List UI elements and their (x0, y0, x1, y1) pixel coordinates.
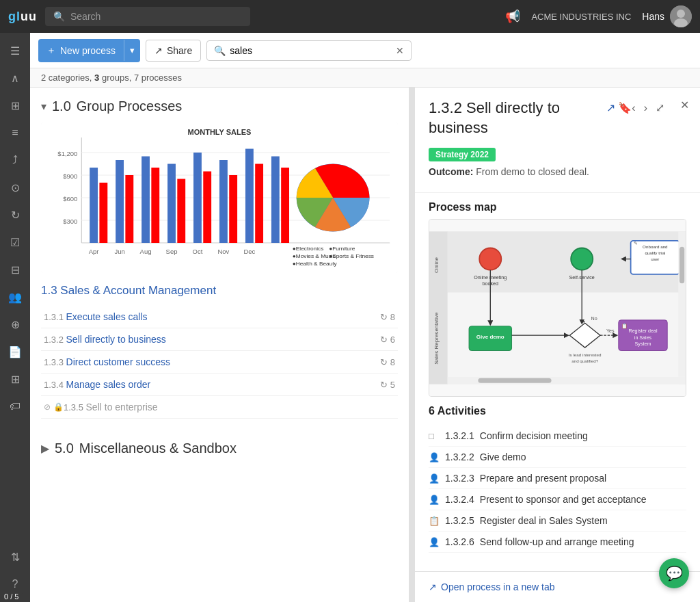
activity-6[interactable]: 👤 1.3.2.6 Send follow-up and arrange mee… (429, 532, 686, 553)
sidebar-pin-icon[interactable]: ⊕ (3, 312, 27, 337)
svg-text:Is lead interested: Is lead interested (569, 353, 602, 358)
open-tab-link[interactable]: ↗ Open process in a new tab (429, 581, 555, 592)
activities-section: 6 Activities □ 1.3.2.1 Confirm decision … (415, 405, 700, 553)
process-item-5[interactable]: ⊘ 🔒 1.3.5 Sell to enterprise (41, 396, 398, 419)
detail-header: ‹ › ⤢ ✕ 1.3.2 Sell directly to business … (415, 88, 700, 193)
svg-text:Dec: Dec (243, 249, 255, 256)
company-name: ACME INDUSTRIES INC (531, 12, 631, 22)
sidebar-doc-icon[interactable]: 📄 (3, 339, 27, 364)
external-link-button[interactable]: ↗ (606, 101, 615, 114)
global-search-input[interactable] (70, 11, 242, 22)
share-button[interactable]: ↗ Share (146, 40, 201, 62)
activity-3[interactable]: 👤 1.3.2.3 Prepare and present proposal (429, 468, 686, 489)
sidebar-analytics-icon[interactable]: ⤴ (3, 148, 27, 172)
strategy-tag[interactable]: Strategy 2022 (429, 148, 496, 161)
bottom-bar: ↗ Open process in a new tab (415, 571, 700, 602)
process-item-1[interactable]: 1.3.1 Execute sales calls ↻ 8 (41, 306, 398, 328)
process-item-4[interactable]: 1.3.4 Manage sales order ↻ 5 (41, 374, 398, 396)
svg-text:user: user (651, 257, 659, 261)
svg-rect-20 (167, 164, 176, 244)
process-map-svg: Online Sales Representative Online meeti… (429, 220, 686, 396)
activity-4-icon: 👤 (429, 495, 440, 505)
process-1-link[interactable]: 1.3.1 Execute sales calls (44, 311, 380, 322)
activity-5[interactable]: 📋 1.3.2.5 Register deal in Sales System (429, 510, 686, 532)
process-3-count: ↻ 8 (380, 357, 395, 367)
activity-1-title: Confirm decision meeting (480, 430, 588, 441)
svg-rect-26 (245, 149, 254, 244)
misc-header[interactable]: ▶ 5.0 Miscellaneous & Sandbox (41, 441, 398, 456)
filter-search-input[interactable] (230, 45, 392, 56)
prev-button[interactable]: ‹ (629, 99, 638, 117)
avatar[interactable] (670, 5, 692, 27)
sidebar-label-icon[interactable]: 🏷 (3, 394, 27, 419)
sidebar-diagram-icon[interactable]: ⊙ (3, 175, 27, 200)
process-1-count: ↻ 8 (380, 312, 395, 322)
group-1-toggle-icon[interactable]: ▾ (41, 100, 46, 113)
sidebar-layers-icon[interactable]: ⊞ (3, 367, 27, 391)
new-process-button[interactable]: ＋ New process ▾ (38, 39, 140, 62)
svg-text:Onboard and: Onboard and (643, 245, 668, 250)
chat-bubble-button[interactable]: 💬 (659, 558, 689, 588)
activity-3-title: Prepare and present proposal (480, 473, 606, 484)
page-counter: 0 / 5 (0, 591, 23, 602)
user-menu[interactable]: Hans (642, 5, 692, 27)
misc-toggle-icon[interactable]: ▶ (41, 442, 49, 455)
process-item-3[interactable]: 1.3.3 Direct customer success ↻ 8 (41, 351, 398, 374)
svg-text:$1,200: $1,200 (57, 151, 77, 158)
process-item-2[interactable]: 1.3.2 Sell directly to business ↻ 6 (41, 328, 398, 351)
sidebar-tag-icon[interactable]: ⊟ (3, 257, 27, 282)
svg-text:$300: $300 (63, 219, 77, 226)
expand-button[interactable]: ⤢ (653, 99, 667, 117)
activity-2[interactable]: 👤 1.3.2.2 Give demo (429, 447, 686, 468)
group-1-header[interactable]: ▾ 1.0 Group Processes (41, 99, 398, 114)
svg-text:$900: $900 (63, 174, 77, 181)
process-3-link[interactable]: 1.3.3 Direct customer success (44, 356, 380, 367)
process-5-link[interactable]: 1.3.5 Sell to enterprise (64, 402, 395, 413)
search-filter-bar[interactable]: 🔍 ✕ (206, 40, 412, 61)
svg-rect-17 (125, 175, 133, 243)
sidebar-home-icon[interactable]: ☰ (3, 38, 27, 63)
sidebar-collapse-icon[interactable]: ∧ (3, 66, 27, 90)
activity-3-id: 1.3.2.3 (445, 473, 474, 484)
chart-title: MONTHLY SALES (188, 128, 252, 136)
global-search-bar[interactable]: 🔍 (45, 7, 250, 26)
filter-clear-button[interactable]: ✕ (396, 45, 404, 56)
notification-icon[interactable]: 📢 (505, 9, 520, 24)
svg-text:$600: $600 (63, 196, 77, 203)
next-button[interactable]: › (641, 99, 650, 117)
sidebar-grid-icon[interactable]: ⊞ (3, 93, 27, 118)
chevron-down-icon: ▾ (130, 45, 135, 55)
activity-4[interactable]: 👤 1.3.2.4 Present to sponsor and get acc… (429, 489, 686, 510)
activity-1[interactable]: □ 1.3.2.1 Confirm decision meeting (429, 426, 686, 447)
process-2-link[interactable]: 1.3.2 Sell directly to business (44, 334, 380, 345)
svg-text:Oct: Oct (193, 249, 203, 256)
logo[interactable]: gluu (8, 10, 37, 24)
split-view: ▾ 1.0 Group Processes MONTHLY SALES (30, 88, 700, 602)
open-tab-label: Open process in a new tab (441, 581, 555, 592)
group-1-id: 1.0 (52, 99, 71, 114)
left-sidebar: ☰ ∧ ⊞ ≡ ⤴ ⊙ ↻ ☑ ⊟ 👥 ⊕ 📄 ⊞ 🏷 ⇅ ? 0 / 5 (0, 33, 30, 602)
sidebar-refresh-icon[interactable]: ↻ (3, 202, 27, 227)
drag-handle[interactable] (409, 88, 415, 602)
plus-icon: ＋ (46, 44, 56, 57)
sidebar-people-icon[interactable]: 👥 (3, 285, 27, 309)
sidebar-filter-icon[interactable]: ⇅ (3, 545, 27, 569)
svg-rect-28 (271, 157, 280, 244)
svg-text:Online: Online (433, 257, 440, 274)
process-map[interactable]: Online Sales Representative Online meeti… (429, 219, 686, 397)
process-4-count: ↻ 5 (380, 380, 395, 390)
svg-rect-25 (229, 175, 237, 243)
detail-nav: ‹ › ⤢ (629, 99, 667, 117)
svg-text:Give demo: Give demo (476, 334, 504, 340)
filter-search-icon: 🔍 (214, 45, 226, 56)
process-4-link[interactable]: 1.3.4 Manage sales order (44, 379, 380, 390)
svg-text:Sales Representative: Sales Representative (433, 312, 440, 365)
svg-rect-23 (203, 172, 211, 244)
right-panel: ‹ › ⤢ ✕ 1.3.2 Sell directly to business … (415, 88, 700, 602)
results-summary: 2 categories, 3 groups, 7 processes (41, 73, 182, 83)
group-1-section: ▾ 1.0 Group Processes MONTHLY SALES (30, 88, 409, 430)
sidebar-check-icon[interactable]: ☑ (3, 230, 27, 254)
sidebar-list-icon[interactable]: ≡ (3, 120, 27, 145)
detail-close-button[interactable]: ✕ (680, 99, 689, 112)
activity-2-icon: 👤 (429, 452, 440, 462)
